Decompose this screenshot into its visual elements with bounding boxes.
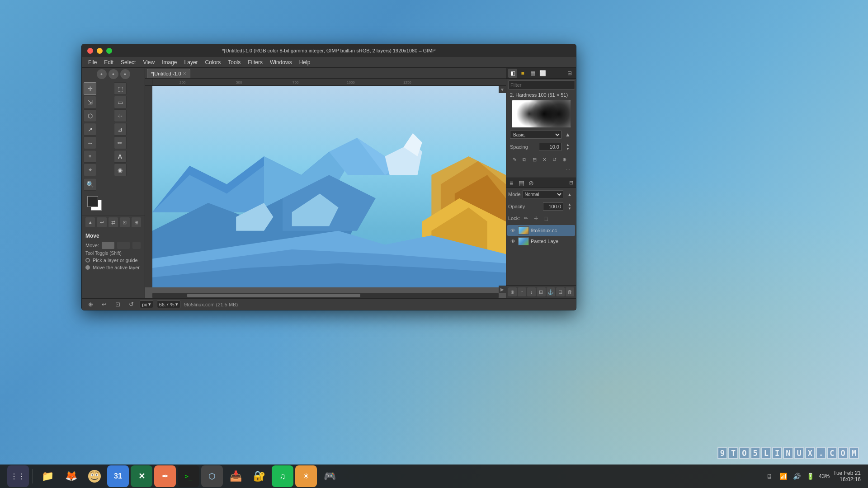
menu-colors[interactable]: Colors	[202, 58, 225, 66]
opacity-up-btn[interactable]: ▲	[565, 202, 574, 206]
brush-icon-3[interactable]: ⊟	[530, 155, 539, 164]
menu-windows[interactable]: Windows	[266, 58, 296, 66]
menu-image[interactable]: Image	[158, 58, 180, 66]
taskbar-app-steam[interactable]: 🎮	[319, 465, 340, 487]
pick-layer-radio[interactable]	[85, 258, 90, 263]
layer-new-btn[interactable]: ⊕	[508, 287, 517, 296]
layer-merge-btn[interactable]: ⊟	[556, 287, 565, 296]
mode-arrow-btn[interactable]: ▲	[565, 190, 574, 199]
lock-position-icon[interactable]: ✛	[532, 214, 540, 222]
zoom-tool-btn[interactable]: 🔍	[84, 178, 96, 191]
brush-icon-6[interactable]: ⊕	[560, 155, 569, 164]
fuzzy-select-btn[interactable]: ⊹	[114, 109, 127, 122]
foreground-color-swatch[interactable]	[87, 196, 98, 207]
taskbar-app-download[interactable]: 📥	[225, 465, 246, 487]
tray-screen-icon[interactable]: 🖥	[764, 471, 774, 481]
menu-help[interactable]: Help	[296, 58, 314, 66]
brush-icon-5[interactable]: ↺	[550, 155, 559, 164]
layers-config-icon[interactable]: ⊟	[566, 178, 576, 188]
layer-mask-btn[interactable]: ⊡	[120, 217, 129, 227]
tray-volume-icon[interactable]: 🔊	[792, 471, 802, 481]
spacing-input[interactable]	[539, 143, 561, 151]
tool-mode-3[interactable]: ●	[120, 69, 130, 79]
gradient-tab-icon[interactable]: ▦	[528, 69, 537, 78]
brush-arrow-up[interactable]: ▲	[563, 130, 572, 139]
canvas-bottom-right-arrow[interactable]: ▶	[499, 286, 506, 293]
canvas-viewport[interactable]	[152, 86, 506, 287]
brush-icon-1[interactable]: ✎	[510, 155, 519, 164]
move-type-btn-3[interactable]	[132, 242, 141, 249]
transform-btn[interactable]: ↗	[84, 123, 96, 136]
menu-filters[interactable]: Filters	[244, 58, 266, 66]
close-button[interactable]	[87, 48, 93, 54]
pencil-btn[interactable]: ✏	[114, 136, 127, 149]
channels-tab[interactable]: ▤	[516, 178, 526, 188]
pattern-tab-icon[interactable]: ⬜	[538, 69, 547, 78]
zoom-selector[interactable]: 66.7 % ▾	[157, 300, 180, 308]
move-type-btn-2[interactable]	[117, 242, 130, 249]
taskbar-app-security[interactable]: 🔐	[248, 465, 270, 487]
h-scrollbar[interactable]	[152, 293, 499, 298]
tool-mode-2[interactable]: ●	[108, 69, 118, 79]
paint-bucket-btn[interactable]: ▲	[85, 217, 95, 227]
lasso-btn[interactable]: ⬡	[84, 109, 96, 122]
layers-tab[interactable]: ≡	[506, 178, 516, 188]
swap-colors-btn[interactable]: ⇄	[108, 217, 118, 227]
menu-layer[interactable]: Layer	[181, 58, 202, 66]
resize-canvas-btn[interactable]: ⊞	[132, 217, 141, 227]
canvas-corner-arrow[interactable]: ▼	[499, 86, 506, 93]
layer-item-1[interactable]: 👁 9to5linux.cc	[507, 225, 575, 236]
export-btn[interactable]: ⊕	[85, 300, 95, 310]
opacity-down-btn[interactable]: ▼	[565, 206, 574, 211]
rect-select-btn[interactable]: ▭	[114, 96, 127, 108]
undo-btn[interactable]: ↩	[97, 217, 106, 227]
taskbar-app-terminal[interactable]: >_	[178, 465, 199, 487]
layer-delete-btn[interactable]: 🗑	[566, 287, 574, 296]
shear-btn[interactable]: ⊿	[114, 123, 127, 136]
menu-edit[interactable]: Edit	[100, 58, 117, 66]
brush-filter-input[interactable]	[508, 80, 575, 89]
clone-btn[interactable]: ⌖	[84, 164, 96, 176]
taskbar-app-grid[interactable]: ⋮⋮	[7, 465, 29, 487]
taskbar-app-gimp[interactable]	[84, 465, 105, 487]
menu-file[interactable]: File	[85, 58, 100, 66]
brush-tab-icon[interactable]: ◧	[508, 69, 517, 78]
maximize-button[interactable]	[106, 48, 112, 54]
taskbar-app-files[interactable]: 📁	[37, 465, 58, 487]
layer-visibility-1[interactable]: 👁	[509, 227, 516, 234]
smudge-btn[interactable]: ◉	[114, 164, 127, 176]
brush-type-select[interactable]: Basic,	[510, 131, 561, 139]
undo-status-btn[interactable]: ↩	[99, 300, 109, 310]
move-type-btn-1[interactable]	[102, 242, 114, 249]
menu-tools[interactable]: Tools	[224, 58, 244, 66]
layer-duplicate-btn[interactable]: ⊞	[537, 287, 545, 296]
brush-icon-2[interactable]: ⧉	[520, 155, 529, 164]
layer-down-btn[interactable]: ↓	[527, 287, 536, 296]
taskbar-app-calendar[interactable]: 31	[107, 465, 129, 487]
layer-anchor-btn[interactable]: ⚓	[547, 287, 555, 296]
taskbar-app-editor[interactable]: ✒	[154, 465, 176, 487]
brush-icon-4[interactable]: ✕	[540, 155, 549, 164]
layer-up-btn[interactable]: ↑	[518, 287, 526, 296]
layer-visibility-2[interactable]: 👁	[509, 238, 516, 245]
tool-mode-1[interactable]: ●	[97, 69, 107, 79]
canvas-tab[interactable]: *[Untitled]-1.0 ×	[147, 69, 190, 78]
lock-pixels-icon[interactable]: ✏	[522, 214, 530, 222]
scale-tool-btn[interactable]: ⇲	[84, 96, 96, 108]
spacing-down-btn[interactable]: ▼	[563, 147, 572, 151]
layer-item-2[interactable]: 👁 Pasted Laye	[507, 236, 575, 247]
tab-close-btn[interactable]: ×	[183, 70, 186, 77]
minimize-button[interactable]	[97, 48, 103, 54]
tray-battery-icon[interactable]: 🔋	[805, 471, 815, 481]
spacing-up-btn[interactable]: ▲	[563, 143, 572, 147]
align-tool-btn[interactable]: ⬚	[114, 82, 127, 95]
menu-view[interactable]: View	[139, 58, 158, 66]
tray-network-icon[interactable]: 📶	[778, 471, 788, 481]
paths-tab[interactable]: ⊘	[526, 178, 536, 188]
menu-select[interactable]: Select	[117, 58, 139, 66]
unit-selector[interactable]: px ▾	[140, 300, 153, 308]
taskbar-app-vm[interactable]: ⬡	[201, 465, 223, 487]
layer-mode-select[interactable]: Normal	[523, 190, 563, 198]
refresh-status-btn[interactable]: ↺	[126, 300, 136, 310]
h-scrollbar-thumb[interactable]	[187, 294, 360, 297]
